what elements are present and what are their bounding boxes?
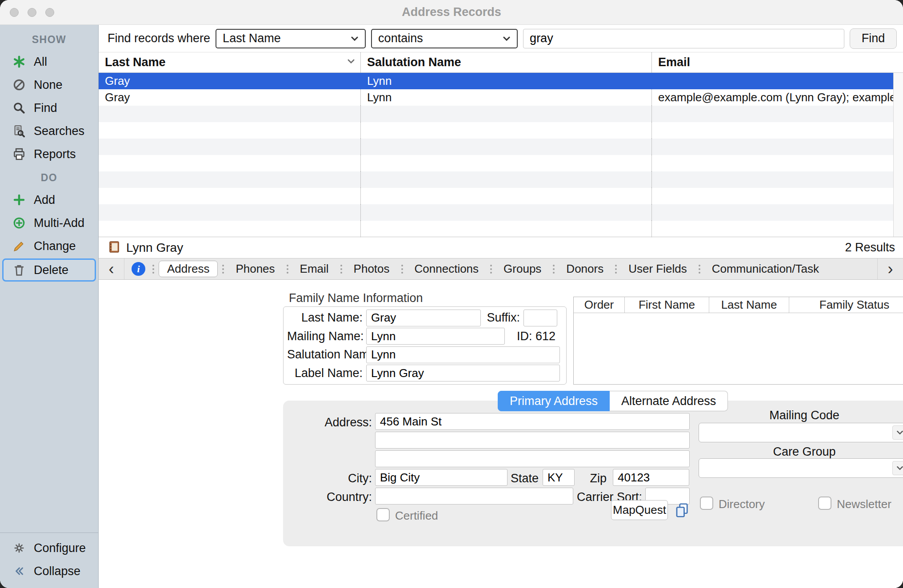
- field-select[interactable]: Last Name: [216, 29, 366, 48]
- pencil-icon: [12, 238, 27, 254]
- sidebar-item-label: Reports: [34, 147, 76, 161]
- mailing-code-select[interactable]: [699, 423, 903, 442]
- label-name-field[interactable]: [366, 365, 560, 381]
- newsletter-checkbox[interactable]: [818, 497, 831, 510]
- tab-address[interactable]: Address: [159, 261, 218, 277]
- tab-separator-dots-icon: [151, 258, 156, 279]
- asterisk-icon: [12, 54, 27, 69]
- chevron-down-icon: [350, 34, 360, 44]
- mailing-name-label: Mailing Name:: [287, 330, 366, 343]
- column-header-salutation-name[interactable]: Salutation Name: [361, 52, 652, 72]
- search-icon: [12, 100, 27, 115]
- state-label: State: [511, 472, 538, 485]
- sidebar-item-reports[interactable]: Reports: [0, 143, 98, 166]
- sidebar-item-searches[interactable]: Searches: [0, 119, 98, 143]
- copy-address-button[interactable]: [672, 501, 692, 520]
- column-header-first-name[interactable]: First Name: [625, 297, 709, 313]
- tab-connections[interactable]: Connections: [407, 258, 487, 279]
- tab-separator-dots-icon: [339, 258, 344, 279]
- window-title: Address Records: [402, 5, 501, 19]
- chevron-down-icon: [502, 34, 511, 44]
- mailing-name-field[interactable]: [366, 328, 505, 345]
- country-field[interactable]: [375, 488, 573, 505]
- sidebar-item-none[interactable]: None: [0, 73, 98, 96]
- salutation-name-field[interactable]: [366, 346, 560, 363]
- tabs-scroll-left-button[interactable]: ‹: [99, 258, 124, 279]
- sidebar-item-all[interactable]: All: [0, 50, 98, 73]
- find-button[interactable]: Find: [850, 28, 897, 49]
- tab-communication-task[interactable]: Communication/Task: [704, 258, 827, 279]
- address-line1-field[interactable]: [375, 413, 690, 430]
- operator-select-value: contains: [378, 32, 423, 45]
- zip-field[interactable]: [613, 469, 689, 486]
- scrollbar-track[interactable]: [893, 73, 903, 237]
- tab-separator-dots-icon: [613, 258, 619, 279]
- care-group-select[interactable]: [699, 458, 903, 478]
- tab-user-fields[interactable]: User Fields: [620, 258, 695, 279]
- sidebar-item-change[interactable]: Change: [0, 234, 98, 258]
- saved-search-icon: [12, 123, 27, 139]
- sidebar-item-delete[interactable]: Delete: [2, 258, 96, 282]
- tab-separator-dots-icon: [400, 258, 405, 279]
- tab-separator-dots-icon: [488, 258, 494, 279]
- tab-email[interactable]: Email: [292, 258, 337, 279]
- table-row-empty: [99, 106, 893, 122]
- table-row-empty: [99, 221, 893, 237]
- close-button[interactable]: [10, 8, 19, 17]
- table-header-row: Last Name Salutation Name Email: [99, 52, 903, 73]
- cell-email: example@example.com (Lynn Gray); example…: [652, 89, 893, 106]
- table-row-empty: [99, 188, 893, 204]
- sidebar-item-multi-add[interactable]: Multi-Add: [0, 211, 98, 234]
- zoom-button[interactable]: [45, 8, 54, 17]
- sidebar-item-label: Searches: [34, 124, 84, 138]
- address-label: Address:: [283, 416, 372, 429]
- column-header-label: Last Name: [105, 56, 166, 69]
- search-input[interactable]: [523, 29, 844, 48]
- table-row[interactable]: Gray Lynn example@example.com (Lynn Gray…: [99, 89, 893, 106]
- city-field[interactable]: [375, 469, 507, 486]
- certified-checkbox[interactable]: [376, 508, 390, 521]
- directory-checkbox[interactable]: [700, 497, 713, 510]
- sidebar-item-add[interactable]: Add: [0, 188, 98, 211]
- column-header-family-status[interactable]: Family Status: [789, 297, 903, 313]
- configure-button[interactable]: Configure: [0, 536, 98, 560]
- title-bar: Address Records: [0, 0, 903, 25]
- collapse-button[interactable]: Collapse: [0, 560, 98, 583]
- cell-salutation: Lynn: [361, 89, 652, 106]
- minimize-button[interactable]: [28, 8, 36, 17]
- tab-photos[interactable]: Photos: [346, 258, 398, 279]
- tab-donors[interactable]: Donors: [558, 258, 611, 279]
- city-label: City:: [283, 472, 372, 485]
- table-row[interactable]: Gray Lynn: [99, 73, 893, 89]
- operator-select[interactable]: contains: [371, 29, 518, 48]
- last-name-field[interactable]: [366, 310, 481, 326]
- tab-bar: ‹ i Address Phones Email Photos Connecti…: [99, 258, 903, 280]
- sidebar-section-show: SHOW: [0, 28, 98, 50]
- cell-salutation: Lynn: [361, 73, 652, 89]
- sidebar-item-find[interactable]: Find: [0, 96, 98, 119]
- alternate-address-tab[interactable]: Alternate Address: [610, 391, 728, 411]
- sidebar-item-label: Find: [34, 101, 57, 115]
- column-header-email[interactable]: Email: [652, 52, 893, 72]
- state-field[interactable]: [543, 469, 575, 486]
- column-header-last-name[interactable]: Last Name: [99, 52, 361, 72]
- primary-address-tab[interactable]: Primary Address: [498, 391, 610, 411]
- column-header-last-name[interactable]: Last Name: [709, 297, 789, 313]
- sidebar-item-label: Delete: [34, 263, 68, 277]
- mapquest-button[interactable]: MapQuest: [611, 500, 668, 520]
- tab-phones[interactable]: Phones: [228, 258, 283, 279]
- tab-groups[interactable]: Groups: [495, 258, 549, 279]
- plus-icon: [12, 192, 27, 207]
- sidebar: SHOW All None: [0, 25, 99, 588]
- address-line2-field[interactable]: [375, 432, 690, 449]
- results-count: 2 Results: [845, 241, 895, 254]
- gear-icon: [12, 540, 27, 556]
- tabs-scroll-right-button[interactable]: ›: [877, 258, 903, 279]
- copy-icon: [674, 502, 690, 518]
- mailing-code-label: Mailing Code: [699, 409, 903, 422]
- record-info-button[interactable]: i: [124, 258, 149, 279]
- column-header-order[interactable]: Order: [574, 297, 625, 313]
- last-name-label: Last Name:: [287, 311, 366, 325]
- address-line3-field[interactable]: [375, 450, 690, 467]
- suffix-field[interactable]: [523, 310, 557, 326]
